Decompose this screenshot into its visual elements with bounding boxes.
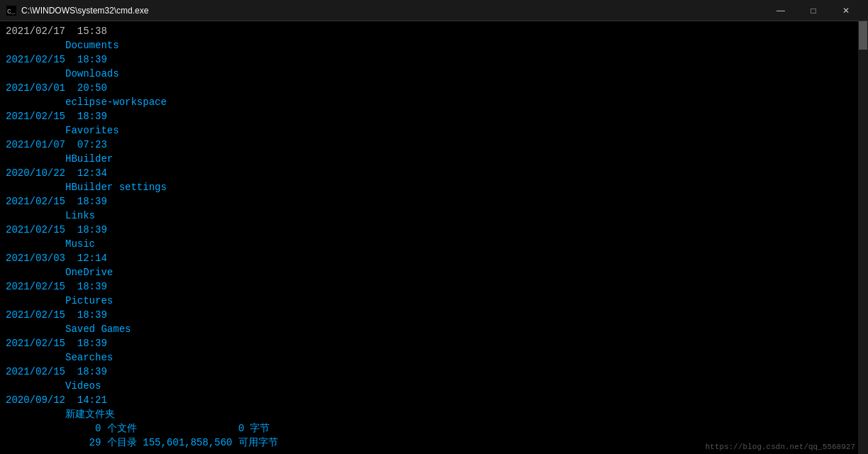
titlebar-controls: — □ ✕ <box>764 0 862 21</box>
svg-text:C_: C_ <box>7 8 16 16</box>
terminal-output: 2021/02/17 15:38 Documents 2021/02/15 18… <box>6 24 862 454</box>
cmd-icon: C_ <box>6 5 17 16</box>
minimize-button[interactable]: — <box>764 0 797 21</box>
scrollbar[interactable] <box>858 21 868 454</box>
titlebar-title: C:\WINDOWS\system32\cmd.exe <box>21 6 148 16</box>
titlebar-left: C_ C:\WINDOWS\system32\cmd.exe <box>6 5 148 16</box>
terminal-window: 2021/02/17 15:38 Documents 2021/02/15 18… <box>0 21 868 454</box>
watermark: https://blog.csdn.net/qq_5568927 <box>705 443 855 451</box>
close-button[interactable]: ✕ <box>830 0 862 21</box>
scrollbar-thumb[interactable] <box>859 21 867 50</box>
maximize-button[interactable]: □ <box>797 0 830 21</box>
titlebar: C_ C:\WINDOWS\system32\cmd.exe — □ ✕ <box>0 0 868 21</box>
